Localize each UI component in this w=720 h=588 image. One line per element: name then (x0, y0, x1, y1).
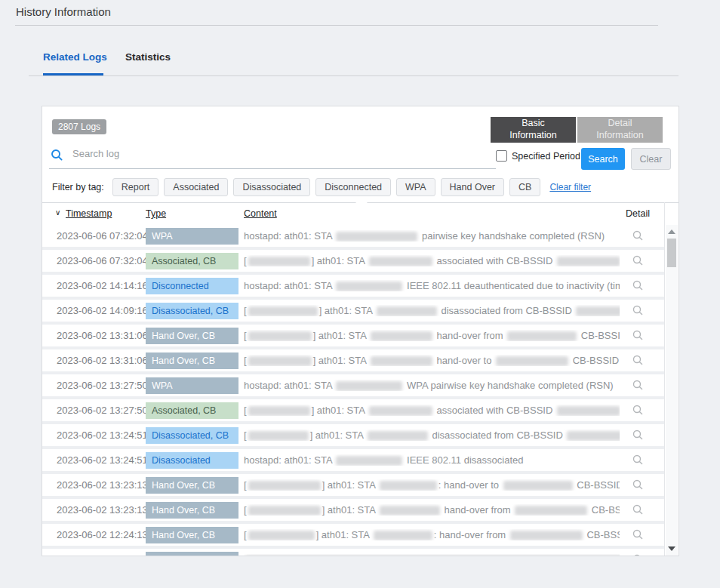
redacted-text (336, 456, 402, 466)
row-timestamp: 2023-06-02 13:23:13 (57, 504, 148, 516)
specified-period-label: Specified Period (512, 151, 580, 162)
row-type-tag: WPA (146, 377, 238, 394)
redacted-text (496, 356, 568, 366)
search-button[interactable]: Search (581, 148, 625, 170)
column-type[interactable]: Type (146, 208, 166, 219)
row-content: hostapd: ath01: STA WPA pairwise key han… (244, 380, 620, 391)
row-content (244, 554, 620, 556)
logs-panel: 2807 Logs Basic Information Detail Infor… (42, 106, 679, 556)
redacted-text (248, 506, 321, 516)
clear-button[interactable]: Clear (631, 148, 671, 170)
filter-bar: Filter by tag: ReportAssociatedDisassoci… (52, 178, 591, 196)
table-row: 2023-06-02 13:31:06Hand Over, CB[] ath01… (42, 325, 664, 349)
row-timestamp: 2023-06-06 07:32:04 (57, 255, 148, 266)
row-timestamp: 2023-06-02 13:27:50 (57, 380, 148, 391)
filter-tag-disconnected[interactable]: Disconnected (315, 178, 391, 196)
search-input[interactable] (71, 147, 300, 160)
row-timestamp: 2023-06-02 12:24:13 (57, 529, 148, 540)
table-row: 2023-06-02 12:24:13Hand Over, CB[] ath01… (42, 524, 664, 549)
redacted-text (336, 282, 402, 291)
row-detail-magnifier-icon[interactable] (620, 229, 656, 245)
row-detail-magnifier-icon[interactable] (620, 254, 656, 269)
scrollbar-thumb[interactable] (667, 239, 676, 267)
table-row: 2023-06-02 13:24:51Disassociated, CB[] a… (42, 424, 664, 449)
row-detail-magnifier-icon[interactable] (620, 354, 656, 369)
table-row: 2023-06-02 13:23:13Hand Over, CB[] ath01… (42, 499, 664, 524)
column-detail: Detail (617, 208, 659, 219)
row-detail-magnifier-icon[interactable] (620, 528, 656, 543)
table-row: 2023-06-02 13:23:13Hand Over, CB[] ath01… (42, 474, 664, 499)
redacted-text (336, 232, 417, 242)
redacted-text (557, 257, 620, 266)
row-timestamp: 2023-06-02 13:24:51 (57, 454, 148, 466)
table-row: 2023-06-02 13:24:51Disassociatedhostapd:… (42, 449, 664, 474)
column-content[interactable]: Content (244, 208, 277, 219)
row-type-tag: Hand Over, CB (146, 477, 238, 494)
row-detail-magnifier-icon[interactable] (620, 429, 656, 444)
redacted-text (248, 406, 310, 416)
redacted-text (248, 531, 315, 540)
table-header: ∨ Timestamp Type Content Detail (42, 203, 664, 225)
filter-tag-wpa[interactable]: WPA (396, 178, 435, 196)
row-timestamp: 2023-06-02 13:24:51 (57, 429, 148, 441)
clear-filter-link[interactable]: Clear filter (549, 182, 591, 192)
scrollbar-up-icon[interactable] (668, 229, 675, 234)
filter-tags: ReportAssociatedDisassociatedDisconnecte… (112, 178, 541, 196)
specified-period-checkbox[interactable] (496, 150, 507, 162)
row-type-tag: Hand Over, CB (146, 527, 238, 543)
logs-count-badge: 2807 Logs (52, 119, 106, 134)
row-timestamp: 2023-06-02 13:31:06 (57, 330, 148, 341)
filter-tag-associated[interactable]: Associated (164, 178, 228, 196)
filter-tag-hand-over[interactable]: Hand Over (441, 178, 504, 196)
redacted-text (369, 257, 432, 266)
row-content: [] ath01: STA hand-over to CB-BSSID ... (244, 355, 620, 366)
tab-divider (29, 75, 678, 76)
scrollbar[interactable] (666, 225, 678, 556)
row-content: [] ath01: STA associated with CB-BSSID (… (244, 255, 620, 266)
redacted-text (510, 531, 583, 540)
table-right-divider (664, 202, 665, 556)
filter-tag-disassociated[interactable]: Disassociated (233, 178, 310, 196)
redacted-text (377, 306, 437, 316)
redacted-text (557, 406, 620, 416)
row-detail-magnifier-icon[interactable] (620, 379, 656, 394)
search-underline (49, 168, 496, 169)
redacted-text (336, 381, 402, 391)
basic-information-button[interactable]: Basic Information (491, 117, 576, 143)
table-row: 2023-06-02 14:09:16Disassociated, CB[] a… (42, 300, 664, 325)
row-type-tag: Hand Over, CB (146, 502, 238, 519)
row-content: [] ath01: STA hand-over from CB-BSSID ..… (244, 504, 620, 516)
row-timestamp: 2023-06-06 07:32:04 (57, 230, 148, 242)
row-detail-magnifier-icon[interactable] (620, 553, 656, 556)
filter-tag-cb[interactable]: CB (509, 178, 540, 196)
row-type-tag: WPA (146, 228, 238, 245)
redacted-text (248, 356, 312, 366)
table-row: 2023-06-06 07:32:04WPAhostapd: ath01: ST… (42, 225, 664, 250)
scrollbar-down-icon[interactable] (668, 546, 675, 551)
row-content: hostapd: ath01: STA IEEE 802.11 deauthen… (244, 280, 620, 291)
row-detail-magnifier-icon[interactable] (620, 479, 656, 494)
row-timestamp: 2023-06-02 13:31:06 (57, 355, 148, 366)
table-row: 2023-06-02 13:27:50WPAhostapd: ath01: ST… (42, 374, 664, 399)
filter-tag-report[interactable]: Report (112, 178, 159, 196)
row-detail-magnifier-icon[interactable] (620, 404, 656, 419)
row-content: [] ath01: STA disassociated from CB-BSSI… (244, 429, 620, 441)
row-timestamp: 2023-06-02 13:27:50 (57, 405, 148, 416)
log-rows: 2023-06-06 07:32:04WPAhostapd: ath01: ST… (42, 225, 664, 556)
row-detail-magnifier-icon[interactable] (620, 329, 656, 344)
redacted-text (248, 431, 309, 441)
row-detail-magnifier-icon[interactable] (620, 304, 656, 319)
column-timestamp[interactable]: Timestamp (66, 208, 112, 219)
row-type-tag: Hand Over, CB (146, 352, 238, 369)
row-detail-magnifier-icon[interactable] (620, 454, 656, 469)
tab-related-logs[interactable]: Related Logs (43, 51, 107, 63)
row-detail-magnifier-icon[interactable] (620, 279, 656, 294)
redacted-text (248, 481, 321, 491)
row-content: hostapd: ath01: STA IEEE 802.11 disassoc… (244, 454, 620, 466)
table-row: 2023-06-02 14:14:16Disconnectedhostapd: … (42, 275, 664, 300)
row-detail-magnifier-icon[interactable] (620, 503, 656, 519)
detail-information-button[interactable]: Detail Information (577, 117, 663, 143)
redacted-text (248, 331, 312, 341)
page-title: History Information (16, 5, 111, 18)
tab-statistics[interactable]: Statistics (125, 51, 171, 63)
